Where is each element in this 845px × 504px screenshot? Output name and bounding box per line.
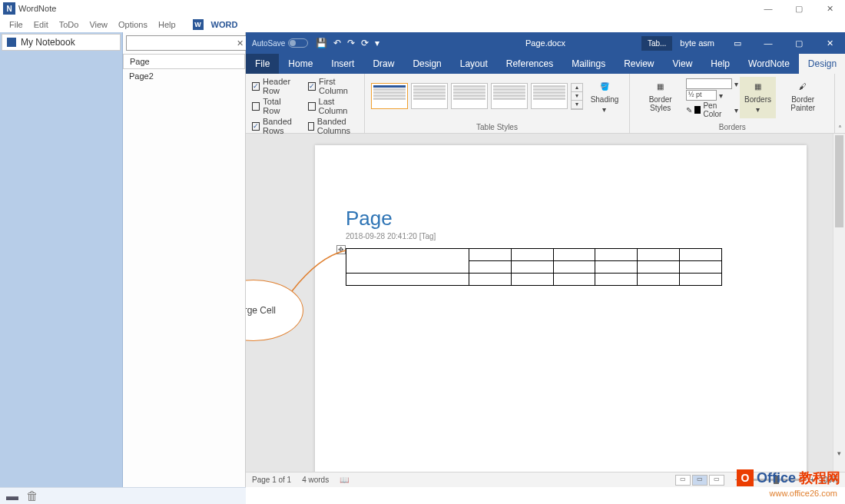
word-minimize-button[interactable]: — <box>753 32 784 54</box>
document-page: Page 2018-09-28 20:41:20 [Tag] ✥ Merge C… <box>315 145 807 472</box>
tab-wordnote[interactable]: WordNote <box>739 54 799 74</box>
tab-table-design[interactable]: Design <box>799 54 845 74</box>
borders-button[interactable]: ▦Borders▾ <box>740 77 776 118</box>
document-table[interactable] <box>346 248 722 286</box>
trash-icon[interactable]: 🗑 <box>26 489 38 503</box>
notebook-item[interactable]: My Notebook <box>2 34 121 51</box>
toggle-icon <box>288 38 308 48</box>
menu-options[interactable]: Options <box>114 18 152 31</box>
wordnote-menubar: File Edit ToDo View Options Help W WORD <box>0 17 845 32</box>
menu-edit[interactable]: Edit <box>29 18 53 31</box>
tab-view[interactable]: View <box>664 54 702 74</box>
line-style-dropdown[interactable]: ▾ <box>686 78 738 89</box>
view-read-button[interactable]: ▭ <box>675 475 691 486</box>
table-style-4[interactable] <box>491 83 528 109</box>
tab-draw[interactable]: Draw <box>363 54 403 74</box>
view-web-button[interactable]: ▭ <box>709 475 724 486</box>
chk-last-column[interactable]: Last Column <box>308 97 358 115</box>
tab-mailings[interactable]: Mailings <box>562 54 615 74</box>
scroll-thumb[interactable] <box>835 135 843 227</box>
tab-file[interactable]: File <box>246 54 279 74</box>
word-close-button[interactable]: ✕ <box>814 32 845 54</box>
styles-gallery-nav[interactable]: ▴▾▾ <box>571 83 583 110</box>
chk-header-row[interactable]: ✓Header Row <box>252 77 297 95</box>
page-meta[interactable]: 2018-09-28 20:41:20 [Tag] <box>346 232 776 240</box>
tab-design[interactable]: Design <box>403 54 450 74</box>
status-page[interactable]: Page 1 of 1 <box>252 476 291 484</box>
chk-banded-rows[interactable]: ✓Banded Rows <box>252 117 297 135</box>
word-window: AutoSave 💾 ↶ ↷ ⟳ ▾ Page.docx Tab... byte… <box>246 32 845 487</box>
chk-first-column[interactable]: ✓First Column <box>308 77 358 95</box>
collapse-icon[interactable]: ▬ <box>6 489 18 503</box>
watermark-logo: O Office教程网 <box>737 469 840 487</box>
page-title[interactable]: Page <box>346 207 776 230</box>
page-list-pane: ✕ + Page Page2 <box>123 32 246 487</box>
table-style-5[interactable] <box>531 83 568 109</box>
menu-todo[interactable]: ToDo <box>55 18 84 31</box>
table-style-options-group: ✓Header Row ✓First Column Total Row Last… <box>246 74 365 133</box>
autosave-toggle[interactable]: AutoSave <box>252 38 308 48</box>
table-style-3[interactable] <box>451 83 488 109</box>
border-painter-button[interactable]: 🖌Border Painter <box>777 77 828 118</box>
wordnote-app-icon: N <box>3 2 15 15</box>
borders-group: ▦Border Styles ▾ ½ pt▾ ✎Pen Color▾ ▦Bord… <box>630 74 835 133</box>
scroll-down-icon[interactable]: ▾ <box>833 447 845 459</box>
document-viewport[interactable]: Page 2018-09-28 20:41:20 [Tag] ✥ Merge C… <box>246 134 845 472</box>
tab-help[interactable]: Help <box>701 54 739 74</box>
collapse-ribbon-button[interactable]: ˄ <box>835 74 845 133</box>
table-styles-group: ▴▾▾ 🪣Shading▾ Table Styles <box>365 74 631 133</box>
pen-color-dropdown[interactable]: ✎Pen Color▾ <box>686 101 738 118</box>
shading-button[interactable]: 🪣Shading▾ <box>586 77 624 115</box>
tab-insert[interactable]: Insert <box>322 54 363 74</box>
quick-access-toolbar: 💾 ↶ ↷ ⟳ ▾ <box>316 38 379 48</box>
launch-word-button[interactable]: W WORD <box>188 17 247 32</box>
chk-banded-columns[interactable]: Banded Columns <box>308 117 358 135</box>
wordnote-titlebar: N WordNote — ▢ ✕ <box>0 0 845 17</box>
border-styles-button[interactable]: ▦Border Styles <box>636 77 684 118</box>
bucket-icon: 🪣 <box>597 78 612 94</box>
table-tools-label: Tab... <box>641 36 672 51</box>
clear-search-icon[interactable]: ✕ <box>237 38 244 48</box>
borders-icon: ▦ <box>750 78 765 94</box>
border-styles-icon: ▦ <box>653 78 668 94</box>
notebook-sidebar: My Notebook <box>0 32 123 487</box>
vertical-scrollbar[interactable]: ▴ ▾ <box>833 134 845 472</box>
menu-view[interactable]: View <box>84 18 112 31</box>
view-print-button[interactable]: ▭ <box>692 475 707 486</box>
wordnote-status-bar: ▬ 🗑 <box>0 487 246 504</box>
redo-icon[interactable]: ↷ <box>347 38 355 48</box>
watermark-url: www.office26.com <box>770 489 837 498</box>
user-name[interactable]: byte asm <box>672 38 722 48</box>
menu-file[interactable]: File <box>5 18 28 31</box>
save-icon[interactable]: 💾 <box>316 38 327 48</box>
line-weight-dropdown[interactable]: ½ pt▾ <box>686 90 738 101</box>
refresh-icon[interactable]: ⟳ <box>361 38 369 48</box>
notebook-icon <box>7 38 16 47</box>
table-style-1[interactable] <box>371 83 408 109</box>
page-search-input[interactable] <box>126 35 249 51</box>
tab-review[interactable]: Review <box>615 54 663 74</box>
word-maximize-button[interactable]: ▢ <box>784 32 814 54</box>
minimize-button[interactable]: — <box>753 0 784 17</box>
tab-references[interactable]: References <box>497 54 562 74</box>
undo-icon[interactable]: ↶ <box>333 38 341 48</box>
status-words[interactable]: 4 words <box>302 476 329 484</box>
tab-layout[interactable]: Layout <box>451 54 497 74</box>
page-item-page[interactable]: Page <box>123 54 245 69</box>
page-search-row: ✕ + <box>123 32 245 54</box>
ribbon: ✓Header Row ✓First Column Total Row Last… <box>246 74 845 134</box>
menu-help[interactable]: Help <box>154 18 181 31</box>
table-style-2[interactable] <box>411 83 448 109</box>
close-button[interactable]: ✕ <box>814 0 845 17</box>
chk-total-row[interactable]: Total Row <box>252 97 297 115</box>
painter-icon: 🖌 <box>795 78 810 94</box>
qat-dropdown-icon[interactable]: ▾ <box>375 38 379 48</box>
maximize-button[interactable]: ▢ <box>784 0 814 17</box>
view-buttons: ▭ ▭ ▭ <box>675 475 724 486</box>
ribbon-options-button[interactable]: ▭ <box>722 32 753 54</box>
proofing-icon[interactable]: 📖 <box>340 476 349 484</box>
tab-home[interactable]: Home <box>279 54 322 74</box>
page-item-page2[interactable]: Page2 <box>123 69 245 83</box>
word-titlebar: AutoSave 💾 ↶ ↷ ⟳ ▾ Page.docx Tab... byte… <box>246 32 845 54</box>
wordnote-title: WordNote <box>18 4 56 13</box>
